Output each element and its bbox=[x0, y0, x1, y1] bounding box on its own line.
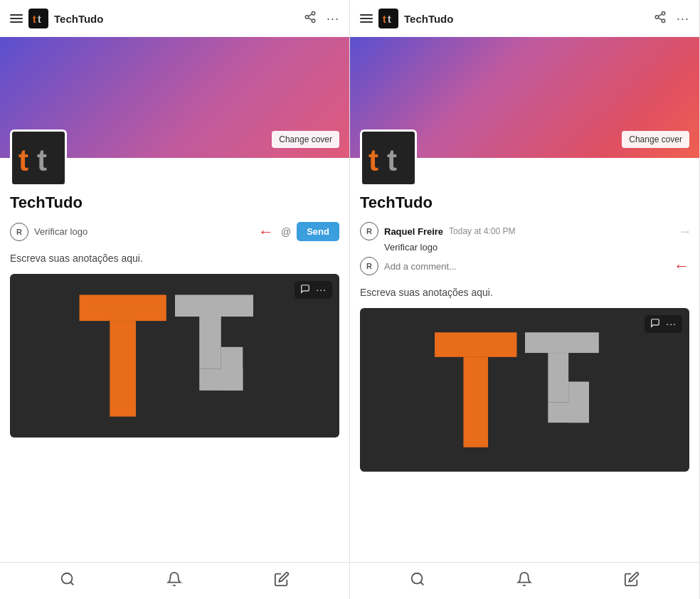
svg-line-6 bbox=[308, 18, 312, 20]
svg-point-22 bbox=[662, 12, 665, 16]
bell-nav-right[interactable] bbox=[516, 571, 532, 590]
svg-point-24 bbox=[662, 19, 665, 23]
profile-logo-right: t t bbox=[360, 129, 417, 186]
edit-nav-left[interactable] bbox=[274, 571, 290, 590]
svg-line-25 bbox=[658, 18, 662, 20]
image-block-left: ··· bbox=[10, 274, 339, 438]
svg-point-4 bbox=[305, 16, 309, 19]
svg-point-36 bbox=[412, 573, 423, 584]
svg-line-26 bbox=[658, 14, 662, 16]
image-block-right: ··· bbox=[360, 308, 689, 472]
svg-rect-12 bbox=[110, 321, 136, 416]
more-button-right[interactable]: ··· bbox=[677, 11, 689, 26]
svg-text:t: t bbox=[383, 14, 386, 25]
svg-text:t: t bbox=[388, 14, 391, 25]
share-button-right[interactable] bbox=[654, 11, 667, 26]
red-arrow-left: ← bbox=[258, 223, 274, 241]
svg-rect-35 bbox=[568, 381, 589, 423]
svg-rect-31 bbox=[463, 357, 488, 447]
svg-line-37 bbox=[420, 582, 423, 585]
comment-input-left[interactable] bbox=[34, 226, 253, 237]
top-bar-right-right: ··· bbox=[654, 11, 689, 26]
add-comment-input[interactable] bbox=[384, 261, 665, 272]
svg-rect-13 bbox=[175, 295, 253, 317]
bell-nav-left[interactable] bbox=[166, 571, 182, 590]
image-icons-left: ··· bbox=[295, 281, 332, 299]
comment-input-row-left: R ← @ Send bbox=[10, 222, 339, 241]
content-right: TechTudo R Raquel Freire Today at 4:00 P… bbox=[350, 158, 699, 562]
top-bar-right: t t TechTudo ··· bbox=[350, 0, 699, 37]
comment-icon-right[interactable] bbox=[650, 318, 660, 330]
bottom-nav-right bbox=[350, 562, 699, 599]
tt-image-left bbox=[10, 274, 339, 438]
top-bar-right-left: ··· bbox=[304, 11, 339, 26]
page-title-right: TechTudo bbox=[360, 194, 689, 212]
comment-author-row: R Raquel Freire Today at 4:00 PM ··· bbox=[360, 222, 689, 240]
svg-rect-30 bbox=[435, 332, 516, 357]
share-button-left[interactable] bbox=[304, 11, 317, 26]
reply-avatar: R bbox=[360, 257, 378, 275]
svg-rect-11 bbox=[79, 295, 166, 321]
cover-left: Change cover t t bbox=[0, 37, 349, 158]
app-name-left: TechTudo bbox=[54, 13, 298, 25]
app-logo-right: t t bbox=[378, 9, 398, 28]
svg-rect-14 bbox=[199, 317, 221, 369]
more-button-left[interactable]: ··· bbox=[327, 11, 339, 26]
more-icon-right[interactable]: ··· bbox=[666, 318, 677, 330]
tt-image-right bbox=[360, 308, 689, 472]
send-button-left[interactable]: Send bbox=[297, 222, 339, 241]
red-arrow-right: ← bbox=[674, 257, 689, 275]
profile-logo-left: t t bbox=[10, 129, 67, 186]
search-nav-left[interactable] bbox=[60, 571, 75, 590]
content-left: TechTudo R ← @ Send Escreva suas anotaçõ… bbox=[0, 158, 349, 562]
svg-text:t: t bbox=[18, 144, 28, 177]
comment-body-text: Verificar logo bbox=[384, 242, 689, 253]
comment-thread-right: R Raquel Freire Today at 4:00 PM ··· Ver… bbox=[360, 222, 689, 275]
page-title-left: TechTudo bbox=[10, 194, 339, 212]
svg-rect-16 bbox=[221, 347, 243, 391]
bottom-nav-left bbox=[0, 562, 349, 599]
svg-point-3 bbox=[312, 12, 315, 16]
right-panel: t t TechTudo ··· Change cover t t bbox=[350, 0, 700, 599]
comment-icon-left[interactable] bbox=[300, 284, 310, 296]
change-cover-button-left[interactable]: Change cover bbox=[272, 131, 339, 148]
svg-text:t: t bbox=[37, 144, 47, 177]
comment-timestamp: Today at 4:00 PM bbox=[449, 226, 515, 236]
edit-nav-right[interactable] bbox=[624, 571, 640, 590]
image-icons-right: ··· bbox=[645, 315, 682, 333]
svg-point-17 bbox=[62, 573, 73, 584]
description-right: Escreva suas anotações aqui. bbox=[360, 287, 689, 298]
change-cover-button-right[interactable]: Change cover bbox=[622, 131, 689, 148]
comment-author-name: Raquel Freire bbox=[384, 226, 443, 237]
app-logo-left: t t bbox=[28, 9, 48, 28]
comment-more-btn[interactable]: ··· bbox=[681, 226, 689, 237]
top-bar-left: t t TechTudo ··· bbox=[0, 0, 349, 37]
svg-line-7 bbox=[308, 14, 312, 16]
svg-text:t: t bbox=[33, 14, 36, 25]
app-name-right: TechTudo bbox=[404, 13, 648, 25]
cover-right: Change cover t t bbox=[350, 37, 699, 158]
svg-text:t: t bbox=[368, 144, 378, 177]
svg-line-18 bbox=[70, 582, 73, 585]
at-sign-left: @ bbox=[281, 226, 291, 238]
svg-text:t: t bbox=[38, 14, 41, 25]
search-nav-right[interactable] bbox=[410, 571, 425, 590]
svg-rect-32 bbox=[525, 332, 599, 353]
hamburger-menu-right[interactable] bbox=[360, 14, 373, 23]
svg-rect-33 bbox=[548, 353, 568, 402]
left-panel: t t TechTudo ··· Change cover t t bbox=[0, 0, 350, 599]
more-icon-left[interactable]: ··· bbox=[316, 284, 327, 296]
hamburger-menu-left[interactable] bbox=[10, 14, 23, 23]
svg-text:t: t bbox=[387, 144, 397, 177]
comment-avatar-right: R bbox=[360, 222, 378, 240]
svg-point-23 bbox=[655, 16, 659, 19]
avatar-left: R bbox=[10, 223, 28, 241]
svg-point-5 bbox=[312, 19, 315, 23]
add-comment-row: R ← bbox=[360, 257, 689, 275]
description-left: Escreva suas anotações aqui. bbox=[10, 253, 339, 264]
